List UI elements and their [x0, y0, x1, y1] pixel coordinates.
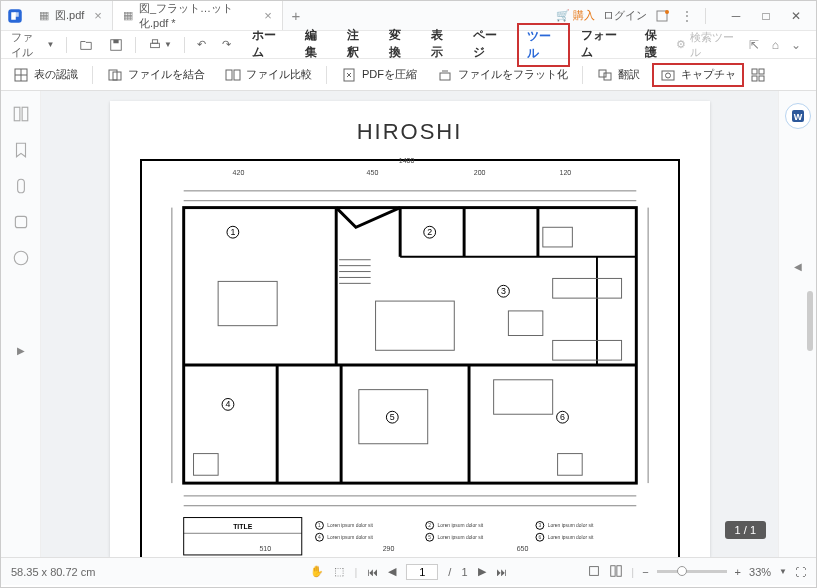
tab-edit[interactable]: 編集	[296, 23, 336, 67]
minimize-button[interactable]: ─	[722, 2, 750, 30]
svg-point-30	[14, 251, 28, 265]
tab-view[interactable]: 表示	[422, 23, 462, 67]
grid-button[interactable]	[748, 63, 768, 87]
right-sidebar: W ◀	[778, 91, 816, 557]
search-tool[interactable]: ⚙ 検索ツール	[676, 30, 741, 60]
document-canvas[interactable]: HIROSHI	[41, 91, 778, 557]
svg-text:1: 1	[318, 523, 321, 528]
share-icon[interactable]: ⇱	[747, 37, 762, 53]
svg-rect-25	[759, 76, 764, 81]
page-input[interactable]	[406, 564, 438, 580]
buy-button[interactable]: 🛒 購入	[556, 8, 595, 23]
last-page-button[interactable]: ⏭	[496, 566, 507, 578]
svg-rect-98	[590, 566, 599, 575]
dim-t4: 120	[560, 169, 572, 176]
zoom-out-button[interactable]: −	[642, 566, 648, 578]
notification-icon[interactable]	[655, 8, 671, 24]
word-export-icon[interactable]: W	[785, 103, 811, 129]
svg-text:Loren ipsum dolor sit: Loren ipsum dolor sit	[547, 523, 593, 528]
comment-icon[interactable]	[12, 249, 30, 267]
svg-text:Loren ipsum dolor sit: Loren ipsum dolor sit	[547, 535, 593, 540]
maximize-button[interactable]: □	[752, 2, 780, 30]
tab-form[interactable]: フォーム	[572, 23, 634, 67]
page-total: 1	[461, 566, 467, 578]
svg-text:4: 4	[225, 399, 230, 409]
tab-home[interactable]: ホーム	[243, 23, 294, 67]
tab-protect[interactable]: 保護	[636, 23, 676, 67]
zoێm-in-button[interactable]: +	[735, 566, 741, 578]
page-nav: ✋ ⬚ | ⏮ ◀ / 1 ▶ ⏭	[310, 564, 506, 580]
tab-page[interactable]: ページ	[464, 23, 515, 67]
svg-rect-22	[752, 69, 757, 74]
svg-text:3: 3	[538, 523, 541, 528]
flatten-button[interactable]: ファイルをフラット化	[429, 63, 576, 87]
dim-t2: 450	[367, 169, 379, 176]
svg-rect-100	[617, 565, 621, 576]
collapse-icon[interactable]: ⌄	[789, 37, 804, 53]
translate-button[interactable]: 翻訳	[589, 63, 648, 87]
bookmark-icon[interactable]	[12, 141, 30, 159]
menubar: ファイル ▼ ▼ ↶ ↷ ホーム 編集 注釈 変換 表示 ページ ツール フォー…	[1, 31, 816, 59]
capture-button[interactable]: キャプチャ	[652, 63, 744, 87]
hand-tool-icon[interactable]: ✋	[310, 565, 324, 578]
svg-rect-50	[193, 454, 218, 476]
redo-button[interactable]: ↷	[216, 35, 237, 54]
layers-icon[interactable]	[12, 213, 30, 231]
cloud-icon[interactable]: ⌂	[768, 37, 783, 53]
svg-rect-42	[218, 281, 277, 325]
open-button[interactable]	[73, 35, 99, 55]
expand-sidebar[interactable]: ▶	[17, 345, 25, 356]
undo-button[interactable]: ↶	[191, 35, 212, 54]
thumbnails-icon[interactable]	[12, 105, 30, 123]
svg-rect-43	[375, 301, 454, 350]
svg-rect-8	[152, 39, 157, 43]
search-icon: ⚙	[676, 38, 686, 51]
collapse-right[interactable]: ◀	[794, 261, 802, 272]
svg-rect-14	[226, 70, 232, 80]
compress-pdf-button[interactable]: PDFを圧縮	[333, 63, 425, 87]
svg-rect-49	[493, 380, 552, 414]
save-button[interactable]	[103, 35, 129, 55]
svg-text:5: 5	[389, 412, 394, 422]
fit-page-icon[interactable]	[609, 564, 623, 580]
dim-b2: 290	[383, 545, 395, 552]
next-page-button[interactable]: ▶	[478, 565, 486, 578]
page: HIROSHI	[110, 101, 710, 557]
svg-rect-46	[552, 278, 621, 298]
svg-point-21	[666, 73, 671, 78]
doc-title: HIROSHI	[140, 119, 680, 145]
fit-width-icon[interactable]	[587, 564, 601, 580]
fullscreen-icon[interactable]: ⛶	[795, 566, 806, 578]
compare-files-button[interactable]: ファイル比較	[217, 63, 320, 87]
svg-text:6: 6	[560, 412, 565, 422]
dim-b1: 510	[259, 545, 271, 552]
svg-rect-15	[234, 70, 240, 80]
svg-rect-29	[15, 216, 26, 227]
svg-text:4: 4	[318, 535, 321, 540]
tab-tools[interactable]: ツール	[517, 23, 570, 67]
toolbar: 表の認識 ファイルを結合 ファイル比較 PDFを圧縮 ファイルをフラット化 翻訳…	[1, 59, 816, 91]
close-icon[interactable]: ×	[264, 8, 272, 23]
close-icon[interactable]: ×	[94, 8, 102, 23]
dim-b3: 650	[517, 545, 529, 552]
first-page-button[interactable]: ⏮	[367, 566, 378, 578]
select-tool-icon[interactable]: ⬚	[334, 565, 344, 578]
scrollbar[interactable]	[807, 291, 813, 351]
tab-convert[interactable]: 変換	[380, 23, 420, 67]
prev-page-button[interactable]: ◀	[388, 565, 396, 578]
svg-rect-23	[759, 69, 764, 74]
combine-files-button[interactable]: ファイルを結合	[99, 63, 213, 87]
table-recognition-button[interactable]: 表の認識	[5, 63, 86, 87]
svg-rect-51	[557, 454, 582, 476]
print-button[interactable]: ▼	[142, 35, 178, 55]
tab-annotate[interactable]: 注釈	[338, 23, 378, 67]
attachment-icon[interactable]	[12, 177, 30, 195]
statusbar: 58.35 x 80.72 cm ✋ ⬚ | ⏮ ◀ / 1 ▶ ⏭ | − +…	[1, 557, 816, 585]
svg-text:6: 6	[538, 535, 541, 540]
more-icon[interactable]: ⋮	[679, 8, 695, 24]
left-sidebar: ▶	[1, 91, 41, 557]
file-menu[interactable]: ファイル ▼	[5, 27, 60, 63]
zoom-slider[interactable]	[657, 570, 727, 573]
login-button[interactable]: ログイン	[603, 8, 647, 23]
close-button[interactable]: ✕	[782, 2, 810, 30]
